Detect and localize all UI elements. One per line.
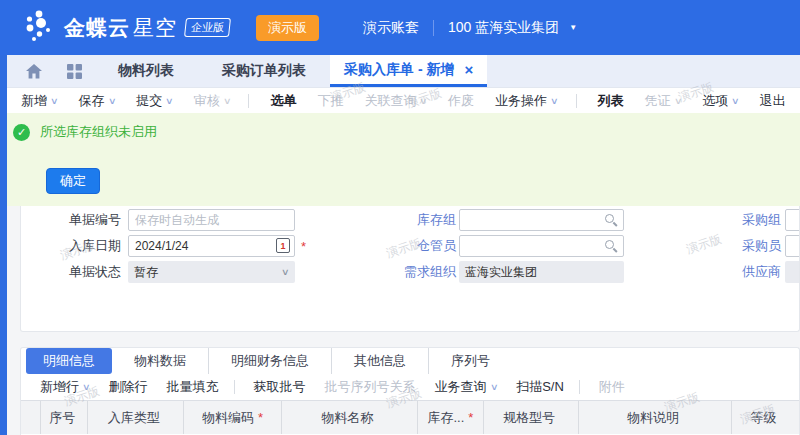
apps-grid-button[interactable] [54,55,94,87]
chevron-down-icon[interactable]: ∨ [82,382,91,392]
stock-group-input[interactable] [459,209,624,231]
chevron-down-icon: ∨ [419,96,428,106]
chevron-down-icon: ∨ [281,267,290,277]
account-set-label[interactable]: 演示账套 [363,19,419,37]
chevron-down-icon[interactable]: ∨ [550,96,559,106]
field-doc-status: 单据状态 暂存 ∨ [31,261,306,283]
toolbar-business-ops-button[interactable]: 业务操作 ∨ [495,92,558,110]
column-label: 入库类型 [108,409,160,427]
field-demand-org: 需求组织 蓝海实业集团 [376,261,624,283]
detail-tab-material-data[interactable]: 物料数据 [112,348,208,374]
toolbar-select-order-button[interactable]: 选单 [270,92,296,110]
delete-row-button[interactable]: 删除行 [109,378,148,396]
column-label: 序号 [49,409,75,427]
tab-label: 采购入库单 - 新增 [344,61,454,79]
grid-col-material-desc[interactable]: 物料说明 [578,401,731,434]
toolbar-label: 删除行 [109,378,148,396]
grid-col-grade[interactable]: 等级 [731,401,799,434]
chevron-down-icon: ∨ [674,96,683,106]
tab-purchase-inbound-new[interactable]: 采购入库单 - 新增 × [330,55,487,87]
form-column-left: 单据编号 入库日期 1 * 单据状态 暂存 ∨ [31,209,306,287]
doc-status-label: 单据状态 [31,263,121,281]
batch-serial-relation-button: 批号序列号关系 [325,378,416,396]
toolbar-label: 凭证 [645,92,671,110]
kingdee-logo-icon [22,9,56,47]
confirm-button[interactable]: 确定 [46,168,100,194]
toolbar-divider [234,380,235,394]
column-label: 规格型号 [503,409,555,427]
brand-title: 金蝶云 星空 [64,14,177,42]
field-stock-keeper: 仓管员 [376,235,624,257]
grid-col-stock[interactable]: 库存...* [417,401,483,434]
tab-label: 采购订单列表 [222,62,306,80]
grid-col-material-code[interactable]: 物料编码* [183,401,280,434]
doc-no-input[interactable] [128,209,295,231]
stock-keeper-input[interactable] [459,235,624,257]
detail-tab-serial-no[interactable]: 序列号 [428,348,512,374]
grid-col-seq[interactable]: 序号 [40,401,87,434]
stock-group-label[interactable]: 库存组 [376,211,456,229]
home-button[interactable] [14,55,54,87]
chevron-down-icon[interactable]: ∨ [490,382,499,392]
org-selector[interactable]: 100 蓝海实业集团 ▼ [448,19,577,37]
search-icon[interactable] [605,240,617,252]
toolbar-audit-button: 审核 ∨ [194,92,231,110]
org-name: 100 蓝海实业集团 [448,19,559,37]
business-query-button[interactable]: 业务查询 ∨ [435,378,498,396]
chevron-down-icon[interactable]: ∨ [108,96,117,106]
toolbar-submit-button[interactable]: 提交 ∨ [136,92,173,110]
supplier-label[interactable]: 供应商 [705,263,781,281]
toolbar-new-button[interactable]: 新增 ∨ [21,92,58,110]
toolbar-label: 下推 [317,92,343,110]
close-icon[interactable]: × [464,62,473,77]
toolbar-label: 批号序列号关系 [325,378,416,396]
purchaser-input[interactable] [785,235,800,257]
detail-tab-finance-info[interactable]: 明细财务信息 [208,348,331,374]
chevron-down-icon[interactable]: ∨ [165,96,174,106]
toolbar-list-button[interactable]: 列表 [598,92,624,110]
tab-material-list[interactable]: 物料列表 [94,55,198,87]
supplier-value [785,261,800,283]
in-date-input[interactable] [128,235,295,257]
toolbar-save-button[interactable]: 保存 ∨ [79,92,116,110]
grid-col-inbound-type[interactable]: 入库类型 [87,401,183,434]
detail-toolbar: 新增行 ∨ 删除行 批量填充 获取批号 批号序列号关系 业务查询 ∨ 扫描S/N… [21,373,799,400]
tab-purchase-order-list[interactable]: 采购订单列表 [198,55,330,87]
detail-tab-entry-info[interactable]: 明细信息 [26,348,112,374]
grid-col-spec-model[interactable]: 规格型号 [483,401,578,434]
form-column-right: 采购组 采购员 供应商 [705,209,800,287]
toolbar-options-button[interactable]: 选项 ∨ [702,92,739,110]
field-purchaser: 采购员 [705,235,800,257]
header-divider [433,20,434,36]
grid-col-material-name[interactable]: 物料名称 [281,401,417,434]
detail-tab-other-info[interactable]: 其他信息 [331,348,428,374]
chevron-down-icon[interactable]: ∨ [50,96,59,106]
detail-tabs: 明细信息 物料数据 明细财务信息 其他信息 序列号 [21,348,799,373]
field-in-date: 入库日期 1 * [31,235,306,257]
detail-section: 明细信息 物料数据 明细财务信息 其他信息 序列号 新增行 ∨ 删除行 批量填充… [20,347,800,435]
toolbar-exit-button[interactable]: 退出 [760,92,786,110]
grid-col-selector[interactable] [21,401,40,434]
purchase-group-input[interactable] [785,209,800,231]
get-batch-no-button[interactable]: 获取批号 [254,378,306,396]
chevron-down-icon[interactable]: ∨ [731,96,740,106]
toolbar-label: 业务查询 [435,378,487,396]
search-icon[interactable] [605,214,617,226]
doc-status-select[interactable]: 暂存 ∨ [128,261,295,283]
toolbar-label: 退出 [760,92,786,110]
toolbar-label: 批量填充 [167,378,219,396]
demand-org-label[interactable]: 需求组织 [376,263,456,281]
home-icon [26,64,42,79]
attachment-button: 附件 [599,378,625,396]
message-panel: ✓ 所选库存组织未启用 确定 [0,113,800,206]
batch-fill-button[interactable]: 批量填充 [167,378,219,396]
calendar-icon[interactable]: 1 [276,238,290,253]
toolbar-voucher-button: 凭证 ∨ [645,92,682,110]
purchase-group-label[interactable]: 采购组 [705,211,781,229]
scan-sn-button[interactable]: 扫描S/N [516,378,564,396]
purchaser-label[interactable]: 采购员 [705,237,781,255]
stock-keeper-label[interactable]: 仓管员 [376,237,456,255]
add-row-button[interactable]: 新增行 ∨ [40,378,90,396]
toolbar-label: 扫描S/N [516,378,564,396]
toolbar-related-query-button: 关联查询 ∨ [364,92,427,110]
